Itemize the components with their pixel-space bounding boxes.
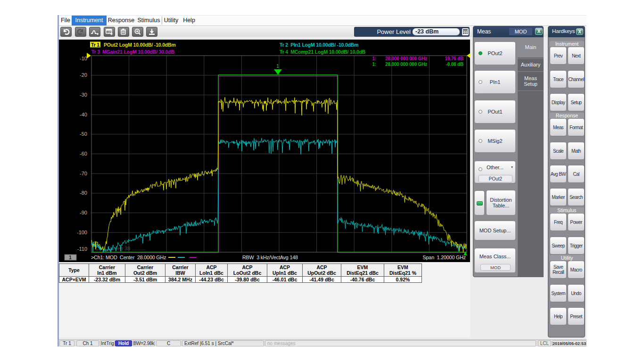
svg-text:CP: CP: [107, 31, 111, 33]
svg-text:28.000 000 000 GHz: 28.000 000 000 GHz: [385, 62, 427, 67]
svg-text:-90: -90: [80, 210, 87, 215]
svg-text:Tr 4 MComp21 LogM 10.00dB/ 10: Tr 4 MComp21 LogM 10.00dB/ 10.0dB: [280, 49, 366, 55]
svg-text:-80: -80: [80, 190, 87, 196]
svg-text:Tr 2 PIn1 LogM 10.00dB/ -10.0: Tr 2 PIn1 LogM 10.00dB/ -10.0dBm: [280, 42, 358, 48]
svg-text:-30: -30: [80, 92, 87, 98]
svg-text:-70: -70: [80, 171, 87, 176]
svg-text:-0.08 dB: -0.08 dB: [446, 62, 463, 67]
svg-text:1: 1: [69, 255, 72, 260]
svg-text:-40: -40: [80, 112, 87, 117]
svg-text:Tr 3 MGain21 LogM 10.00dB/ 30: Tr 3 MGain21 LogM 10.00dB/ 30.0dB: [91, 49, 174, 55]
svg-text:-110: -110: [77, 246, 87, 252]
svg-text:19.76 dB: 19.76 dB: [445, 56, 463, 61]
svg-text:Span 1.20000 GHz: Span 1.20000 GHz: [423, 255, 466, 260]
svg-text:1:: 1:: [372, 62, 377, 67]
svg-text:1: 1: [276, 63, 279, 69]
svg-text:RBW 3 kHz/VectAvg 148: RBW 3 kHz/VectAvg 148: [242, 255, 298, 260]
svg-text:-20: -20: [80, 72, 87, 78]
svg-text:>Ch1: MOD Center 28.0000 GHz: >Ch1: MOD Center 28.0000 GHz: [91, 255, 166, 260]
svg-text:-10: -10: [80, 56, 87, 61]
svg-text:-100: -100: [77, 230, 87, 235]
svg-text:POut2 LogM 10.00dB/ -10.0dBm: POut2 LogM 10.00dB/ -10.0dBm: [104, 42, 176, 48]
svg-text:-50: -50: [80, 131, 87, 137]
svg-text:Tr 1: Tr 1: [91, 42, 99, 48]
svg-text:28.000 000 000 GHz: 28.000 000 000 GHz: [385, 56, 427, 61]
svg-text:-60: -60: [80, 151, 87, 156]
svg-text:1:: 1:: [372, 56, 377, 61]
